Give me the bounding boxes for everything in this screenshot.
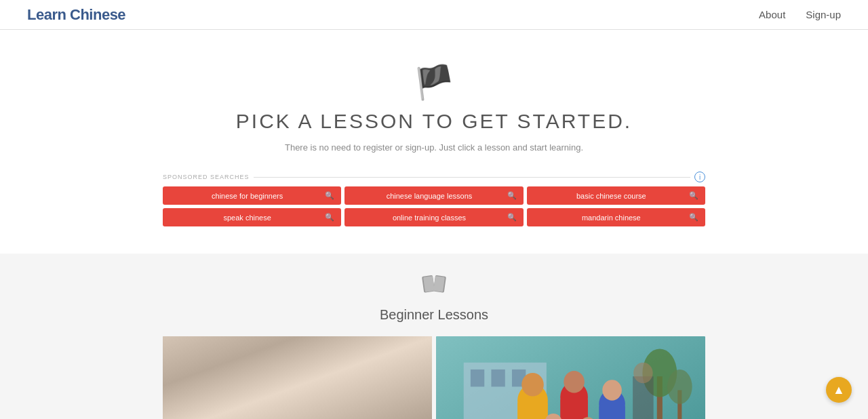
search-icon: 🔍: [507, 213, 517, 222]
svg-rect-5: [163, 336, 432, 419]
ad-button-mandarin-chinese[interactable]: mandarin chinese 🔍: [527, 208, 705, 226]
nav-link-about[interactable]: About: [759, 9, 785, 20]
svg-point-9: [260, 363, 336, 419]
ad-button-speak-chinese[interactable]: speak chinese 🔍: [163, 208, 341, 226]
svg-point-39: [602, 380, 622, 401]
ad-grid: chinese for beginners 🔍 chinese language…: [163, 186, 705, 226]
search-icon: 🔍: [689, 191, 698, 200]
svg-point-12: [280, 388, 287, 396]
svg-point-11: [303, 384, 319, 403]
svg-rect-40: [599, 404, 625, 419]
svg-rect-34: [517, 401, 548, 419]
scroll-top-icon: ▲: [833, 383, 845, 397]
svg-rect-4: [163, 336, 432, 419]
ad-button-label: mandarin chinese: [534, 214, 689, 222]
ad-divider: [254, 177, 690, 178]
svg-rect-30: [491, 370, 505, 386]
ad-info-button[interactable]: i: [694, 172, 705, 182]
svg-rect-29: [471, 370, 484, 386]
lesson-one-bg: [163, 336, 432, 419]
ad-button-label: online training classes: [351, 214, 507, 222]
lessons-grid: Lesson One: [163, 336, 705, 419]
svg-rect-7: [176, 348, 231, 419]
svg-rect-37: [560, 397, 588, 419]
hero-section: 🏴 PICK A LESSON TO GET STARTED. There is…: [0, 30, 868, 254]
svg-point-33: [521, 373, 544, 397]
svg-rect-6: [163, 390, 432, 419]
lesson-card-two[interactable]: Lesson Two: [436, 336, 705, 419]
svg-point-27: [667, 370, 692, 404]
ad-button-chinese-for-beginners[interactable]: chinese for beginners 🔍: [163, 186, 341, 205]
svg-point-14: [278, 401, 317, 419]
ad-label-row: SPONSORED SEARCHES i: [163, 172, 705, 182]
svg-point-36: [564, 371, 585, 393]
hero-title: PICK A LESSON TO GET STARTED.: [14, 110, 854, 133]
svg-rect-8: [180, 352, 228, 419]
lessons-section: Beginner Lessons: [0, 254, 868, 419]
hero-subtitle: There is no need to register or sign-up.…: [14, 142, 854, 153]
ad-button-label: basic chinese course: [534, 192, 689, 200]
ad-button-label: speak chinese: [170, 214, 325, 222]
book-icon: [14, 274, 854, 303]
svg-point-13: [308, 388, 315, 396]
lesson-two-bg: [436, 336, 705, 419]
ad-section: SPONSORED SEARCHES i chinese for beginne…: [163, 172, 705, 226]
search-icon: 🔍: [507, 191, 517, 200]
lessons-title: Beginner Lessons: [14, 307, 854, 323]
ad-label: SPONSORED SEARCHES: [163, 174, 250, 180]
svg-point-10: [275, 384, 292, 403]
lesson-card-one[interactable]: Lesson One: [163, 336, 432, 419]
lesson-one-photo: [163, 336, 432, 419]
ad-button-chinese-language-lessons[interactable]: chinese language lessons 🔍: [344, 186, 523, 205]
ad-button-basic-chinese-course[interactable]: basic chinese course 🔍: [527, 186, 705, 205]
nav-logo[interactable]: Learn Chinese: [27, 6, 125, 24]
svg-point-16: [286, 416, 309, 419]
ad-button-label: chinese for beginners: [170, 192, 325, 200]
flag-icon: 🏴: [14, 64, 854, 102]
ad-button-online-training-classes[interactable]: online training classes 🔍: [344, 208, 523, 226]
navbar: Learn Chinese About Sign-up: [0, 0, 868, 30]
ad-button-label: chinese language lessons: [351, 192, 507, 200]
search-icon: 🔍: [689, 213, 698, 222]
search-icon: 🔍: [325, 191, 334, 200]
scroll-to-top-button[interactable]: ▲: [826, 377, 852, 403]
svg-point-46: [633, 363, 653, 384]
search-icon: 🔍: [325, 213, 334, 222]
nav-links: About Sign-up: [759, 9, 841, 20]
nav-link-signup[interactable]: Sign-up: [806, 9, 841, 20]
svg-point-15: [283, 410, 311, 419]
